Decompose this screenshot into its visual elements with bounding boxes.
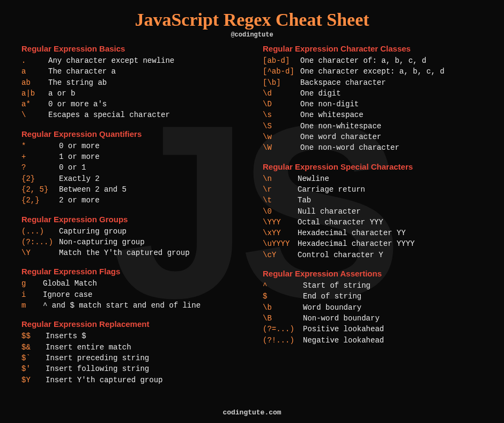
regex-description: Insert following string [46, 363, 149, 374]
regex-description: Match the Y'th captured group [59, 247, 190, 258]
regex-pattern: (?:...) [21, 237, 59, 247]
regex-pattern: {2,} [21, 195, 59, 206]
regex-pattern: \cY [263, 250, 298, 260]
regex-description: Control character Y [298, 250, 383, 260]
regex-pattern: $$ [21, 331, 46, 341]
section-title: Regular Expression Flags [21, 267, 241, 276]
section-title: Regular Expression Basics [21, 44, 241, 53]
regex-row: iIgnore case [21, 289, 241, 300]
regex-pattern: \0 [263, 206, 298, 217]
regex-description: 0 or more a's [48, 99, 107, 110]
regex-pattern: i [21, 289, 43, 300]
regex-description: Start of string [303, 280, 370, 291]
regex-pattern: a* [21, 99, 48, 110]
regex-description: One non-word character [300, 142, 399, 153]
regex-description: Insert preceding string [46, 353, 149, 363]
regex-pattern: (?!...) [263, 335, 303, 346]
regex-row: $&Insert entire match [21, 342, 241, 353]
regex-description: Negative lookahead [303, 335, 384, 346]
regex-pattern: \b [263, 302, 303, 313]
regex-description: Backspace character [300, 77, 386, 88]
regex-pattern: \Y [21, 247, 59, 258]
regex-description: One character of: a, b, c, d [300, 55, 426, 66]
regex-description: The string ab [48, 77, 107, 88]
regex-pattern: $& [21, 342, 46, 353]
regex-pattern: \n [263, 173, 298, 184]
regex-pattern: {2} [21, 173, 59, 184]
regex-description: One non-whitespace [300, 121, 381, 132]
regex-description: Insert Y'th captured group [46, 375, 162, 385]
section-classes: Regular Expression Character Classes[ab-… [263, 44, 483, 154]
regex-row: ^Start of string [263, 280, 483, 291]
regex-description: Non-word boundary [303, 313, 380, 324]
regex-pattern: \s [263, 110, 300, 120]
regex-row: \Escapes a special character [21, 110, 241, 120]
regex-row: gGlobal Match [21, 278, 241, 289]
regex-description: Hexadecimal character YY [298, 228, 406, 238]
regex-row: $`Insert preceding string [21, 353, 241, 363]
section-replacement: Regular Expression Replacement$$Inserts … [21, 319, 241, 385]
left-column: Regular Expression Basics.Any character … [21, 44, 241, 394]
regex-description: Ignore case [43, 289, 92, 300]
regex-description: Word boundary [303, 302, 361, 313]
section-title: Regular Expression Replacement [21, 319, 241, 329]
regex-description: Insert entire match [46, 342, 131, 353]
regex-pattern: (...) [21, 226, 59, 237]
regex-row: +1 or more [21, 151, 241, 162]
regex-row: (?=...)Positive lookahead [263, 324, 483, 334]
regex-description: Exactly 2 [59, 173, 100, 184]
regex-description: Capturing group [59, 226, 127, 237]
regex-row: (...)Capturing group [21, 226, 241, 237]
regex-description: Between 2 and 5 [59, 184, 127, 195]
regex-pattern: ab [21, 77, 48, 88]
regex-description: Hexadecimal character YYYY [298, 238, 414, 249]
section-basics: Regular Expression Basics.Any character … [21, 44, 241, 121]
regex-row: *0 or more [21, 141, 241, 151]
regex-row: \cYControl character Y [263, 250, 483, 260]
regex-description: Non-capturing group [59, 237, 145, 247]
regex-description: Octal character YYY [298, 217, 383, 228]
regex-row: \YMatch the Y'th captured group [21, 247, 241, 258]
regex-description: One whitespace [300, 110, 364, 120]
regex-row: \dOne digit [263, 88, 483, 99]
regex-pattern: \S [263, 121, 300, 132]
regex-description: 0 or 1 [59, 162, 86, 173]
regex-description: One word character [300, 132, 381, 142]
regex-description: Tab [298, 195, 311, 206]
regex-description: 2 or more [59, 195, 100, 206]
regex-description: Global Match [43, 278, 97, 289]
regex-pattern: \t [263, 195, 298, 206]
section-special: Regular Expression Special Characters\nN… [263, 162, 483, 260]
regex-pattern: ? [21, 162, 59, 173]
regex-row: a|ba or b [21, 88, 241, 99]
regex-pattern: [\b] [263, 77, 300, 88]
regex-row: [\b]Backspace character [263, 77, 483, 88]
regex-description: a or b [48, 88, 75, 99]
section-title: Regular Expression Special Characters [263, 162, 483, 171]
regex-row: \wOne word character [263, 132, 483, 142]
regex-pattern: $Y [21, 375, 46, 385]
regex-description: Any character except newline [48, 55, 174, 66]
regex-pattern: \w [263, 132, 300, 142]
regex-row: m^ and $ match start and end of line [21, 300, 241, 311]
regex-row: $YInsert Y'th captured group [21, 375, 241, 385]
regex-row: \rCarriage return [263, 184, 483, 195]
section-assertions: Regular Expression Assertions^Start of s… [263, 269, 483, 346]
regex-row: {2}Exactly 2 [21, 173, 241, 184]
page-title: JavaScript Regex Cheat Sheet [21, 10, 483, 30]
regex-pattern: [^ab-d] [263, 66, 300, 77]
regex-row: abThe string ab [21, 77, 241, 88]
regex-row: aThe character a [21, 66, 241, 77]
regex-row: a*0 or more a's [21, 99, 241, 110]
page-subtitle: @codingtute [21, 31, 483, 39]
regex-description: End of string [303, 291, 361, 302]
regex-description: Inserts $ [46, 331, 86, 341]
regex-row: $End of string [263, 291, 483, 302]
regex-pattern: . [21, 55, 48, 66]
regex-row: .Any character except newline [21, 55, 241, 66]
regex-pattern: $' [21, 363, 46, 374]
regex-row: \sOne whitespace [263, 110, 483, 120]
right-column: Regular Expression Character Classes[ab-… [263, 44, 483, 394]
regex-row: \SOne non-whitespace [263, 121, 483, 132]
regex-description: Null character [298, 206, 361, 217]
